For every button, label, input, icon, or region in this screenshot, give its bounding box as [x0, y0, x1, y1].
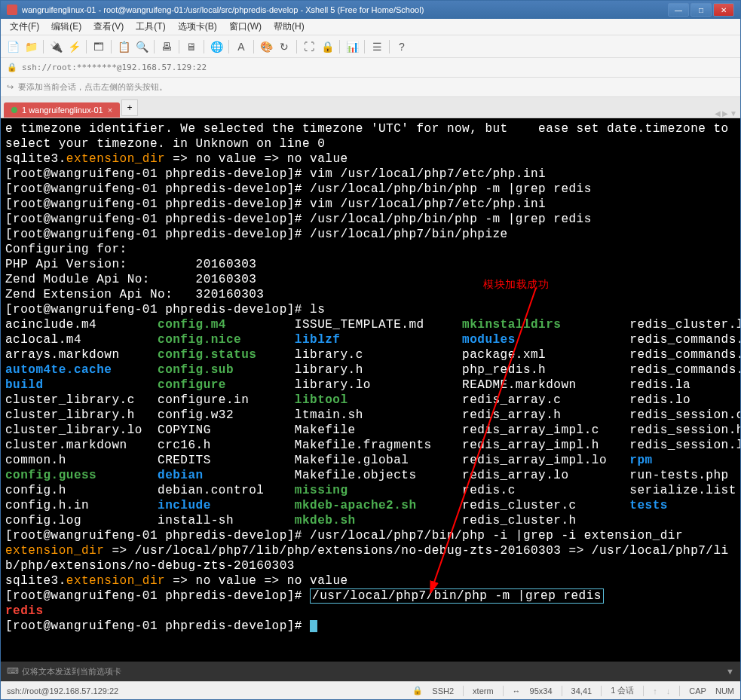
new-session-icon[interactable]: 📄 [5, 39, 20, 54]
menu-bar: 文件(F) 编辑(E) 查看(V) 工具(T) 选项卡(B) 窗口(W) 帮助(… [1, 19, 740, 35]
ssh-lock-icon: 🔒 [7, 63, 17, 72]
properties-icon[interactable]: 🗔 [91, 39, 106, 54]
separator [204, 40, 204, 53]
tab-menu-icon[interactable]: ▼ [730, 109, 737, 118]
separator [179, 40, 179, 53]
maximize-button[interactable]: □ [690, 3, 712, 17]
separator [339, 40, 340, 53]
status-proto: SSH2 [432, 686, 454, 695]
tab-prev-icon[interactable]: ◀ [715, 109, 721, 118]
send-bar: ⌨ 仅将文本发送到当前选项卡 ▼ [1, 662, 740, 681]
separator [111, 40, 112, 53]
screen-icon[interactable]: 🖥 [184, 39, 199, 54]
tab-close-icon[interactable]: × [108, 105, 112, 115]
paste-icon[interactable]: 🔍 [134, 39, 149, 54]
window-title: wangruifenglinux-01 - root@wangruifeng-0… [22, 5, 663, 14]
separator [364, 40, 365, 53]
copy-icon[interactable]: 📋 [116, 39, 131, 54]
annotation-text: 模块加载成功 [483, 277, 549, 292]
address-text[interactable]: ssh://root:********@192.168.57.129:22 [22, 63, 734, 72]
info-arrow-icon[interactable]: ↪ [7, 82, 14, 92]
separator [228, 40, 229, 53]
send-icon[interactable]: ⌨ [7, 666, 17, 677]
disconnect-icon[interactable]: ⚡ [66, 39, 81, 54]
status-up-icon[interactable]: ↑ [653, 686, 657, 695]
separator [389, 40, 390, 53]
menu-file[interactable]: 文件(F) [5, 19, 44, 35]
session-tab[interactable]: 1 wangruifenglinux-01 × [4, 102, 120, 118]
main-toolbar: 📄 📁 🔌 ⚡ 🗔 📋 🔍 🖶 🖥 🌐 A 🎨 ↻ ⛶ 🔒 📊 ☰ ? [1, 35, 740, 58]
minimize-button[interactable]: — [668, 3, 689, 17]
connected-indicator-icon [11, 107, 17, 113]
send-text: 仅将文本发送到当前选项卡 [22, 666, 121, 677]
status-sess: 1 会话 [611, 685, 634, 696]
globe-icon[interactable]: 🌐 [209, 39, 224, 54]
status-num: NUM [715, 686, 734, 695]
status-size-icon: ↔ [513, 686, 521, 695]
tab-label: 1 wangruifenglinux-01 [22, 105, 103, 115]
fullscreen-icon[interactable]: ⛶ [302, 39, 317, 54]
status-down-icon[interactable]: ↓ [666, 686, 671, 695]
menu-help[interactable]: 帮助(H) [269, 19, 309, 35]
status-lock-icon: 🔒 [412, 686, 423, 695]
status-connection: ssh://root@192.168.57.129:22 [7, 686, 118, 695]
tab-nav: ◀ ▶ ▼ [715, 109, 737, 118]
menu-window[interactable]: 窗口(W) [225, 19, 266, 35]
separator [43, 40, 44, 53]
open-icon[interactable]: 📁 [23, 39, 38, 54]
refresh-icon[interactable]: ↻ [277, 39, 292, 54]
status-pos: 34,41 [571, 686, 592, 695]
menu-edit[interactable]: 编辑(E) [47, 19, 86, 35]
transfer-icon[interactable]: 📊 [344, 39, 360, 54]
info-bar: ↪ 要添加当前会话，点击左侧的箭头按钮。 [1, 78, 740, 97]
status-term: xterm [473, 686, 494, 695]
new-tab-button[interactable]: + [121, 99, 138, 116]
terminal-output[interactable]: e timezone identifier. We selected the t… [1, 118, 740, 662]
color-icon[interactable]: 🎨 [259, 39, 274, 54]
status-size: 95x34 [530, 686, 553, 695]
menu-tools[interactable]: 工具(T) [131, 19, 170, 35]
lock-icon[interactable]: 🔒 [320, 39, 335, 54]
list-icon[interactable]: ☰ [369, 39, 384, 54]
separator [296, 40, 297, 53]
address-bar: 🔒 ssh://root:********@192.168.57.129:22 [1, 58, 740, 78]
separator [86, 40, 87, 53]
reconnect-icon[interactable]: 🔌 [48, 39, 63, 54]
print-icon[interactable]: 🖶 [159, 39, 174, 54]
separator [154, 40, 155, 53]
tab-bar: 1 wangruifenglinux-01 × + ◀ ▶ ▼ [1, 97, 740, 118]
close-button[interactable]: ✕ [713, 3, 734, 17]
font-icon[interactable]: A [234, 39, 249, 54]
status-bar: ssh://root@192.168.57.129:22 🔒 SSH2 xter… [1, 681, 740, 699]
status-cap: CAP [689, 686, 706, 695]
window-titlebar: wangruifenglinux-01 - root@wangruifeng-0… [1, 1, 740, 19]
app-icon [7, 5, 17, 15]
help-icon[interactable]: ? [394, 39, 409, 54]
menu-view[interactable]: 查看(V) [89, 19, 128, 35]
separator [253, 40, 254, 53]
info-text: 要添加当前会话，点击左侧的箭头按钮。 [18, 81, 167, 93]
menu-tabs[interactable]: 选项卡(B) [173, 19, 222, 35]
tab-next-icon[interactable]: ▶ [722, 109, 728, 118]
send-dropdown-icon[interactable]: ▼ [726, 667, 734, 676]
